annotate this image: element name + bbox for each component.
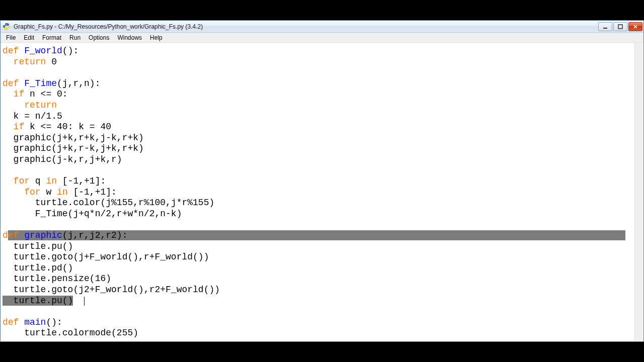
menu-windows[interactable]: Windows xyxy=(113,33,146,42)
code-text: (): xyxy=(62,46,78,56)
code-text: graphic(j+k,r+k,j-k,r+k) xyxy=(3,133,144,143)
fn-name: main xyxy=(19,317,46,327)
fn-name: F_world xyxy=(19,46,62,56)
titlebar[interactable]: Graphic_Fs.py - C:/My_Resources/Python_w… xyxy=(1,21,643,33)
menu-run[interactable]: Run xyxy=(65,33,85,42)
menu-file[interactable]: File xyxy=(2,33,20,42)
window-controls xyxy=(597,22,642,31)
close-button[interactable] xyxy=(628,22,642,31)
code-text: k = n/1.5 xyxy=(3,111,62,121)
maximize-button[interactable] xyxy=(613,22,627,31)
kw-in: in xyxy=(57,187,68,197)
python-icon xyxy=(3,23,11,31)
fn-name: F_Time xyxy=(19,78,57,88)
menu-options[interactable]: Options xyxy=(85,33,113,42)
code-text: (j,r,n): xyxy=(57,78,100,88)
minimize-button[interactable] xyxy=(598,22,612,31)
code-text: k <= 40: k = 40 xyxy=(24,122,111,132)
code-text: q xyxy=(30,176,46,186)
code-text: graphic(j+k,r-k,j+k,r+k) xyxy=(3,143,144,153)
sel-line: turtle.pu() xyxy=(3,296,73,306)
sel-line: turtle.goto(j2+F_world(),r2+F_world()) xyxy=(3,285,641,296)
code-text: w xyxy=(41,187,57,197)
code-text: (j,r,j2,r2): xyxy=(62,230,128,240)
code-text: turtle.colormode(255) xyxy=(3,328,138,338)
code-text: graphic(j-k,r,j+k,r) xyxy=(3,154,122,164)
fn-name: graphic xyxy=(19,230,62,240)
kw-def: def xyxy=(3,46,19,56)
kw-def: def xyxy=(3,78,19,88)
sel-line: turtle.pu() xyxy=(3,241,641,252)
kw-ef: ef xyxy=(8,230,19,240)
menu-edit[interactable]: Edit xyxy=(20,33,38,42)
svg-rect-1 xyxy=(618,25,622,29)
svg-rect-0 xyxy=(603,28,607,29)
code-text: [-1,+1]: xyxy=(57,176,106,186)
code-text: turtle.color(j%155,r%100,j*r%155) xyxy=(3,198,214,208)
kw-for: for xyxy=(3,187,41,197)
kw-def-partial: d xyxy=(3,230,8,240)
text-cursor xyxy=(84,297,85,306)
sel-line: turtle.goto(j+F_world(),r+F_world()) xyxy=(3,252,641,263)
code-editor[interactable]: def F_world(): return 0 def F_Time(j,r,n… xyxy=(1,43,643,341)
menu-format[interactable]: Format xyxy=(38,33,65,42)
code-text: 0 xyxy=(46,57,57,67)
menu-help[interactable]: Help xyxy=(146,33,167,42)
code-text: (): xyxy=(46,317,62,327)
code-text: [-1,+1]: xyxy=(68,187,117,197)
kw-for: for xyxy=(3,176,30,186)
code-text: n <= 0: xyxy=(24,89,67,99)
kw-return: return xyxy=(3,100,57,110)
vertical-scrollbar[interactable] xyxy=(634,43,643,341)
sel-line: turtle.pensize(16) xyxy=(3,274,641,285)
window-title: Graphic_Fs.py - C:/My_Resources/Python_w… xyxy=(14,23,594,30)
idle-window: Graphic_Fs.py - C:/My_Resources/Python_w… xyxy=(0,20,644,342)
kw-in: in xyxy=(46,176,57,186)
kw-return: return xyxy=(3,57,46,67)
selection: ef graphic(j,r,j2,r2): turtle.pu() turtl… xyxy=(3,230,641,306)
kw-def: def xyxy=(3,317,19,327)
menubar: File Edit Format Run Options Windows Hel… xyxy=(1,33,643,43)
kw-if: if xyxy=(3,122,24,132)
code-text xyxy=(73,296,84,306)
code-text: F_Time(j+q*n/2,r+w*n/2,n-k) xyxy=(3,209,182,219)
sel-line: turtle.pd() xyxy=(3,263,641,274)
code-content: def F_world(): return 0 def F_Time(j,r,n… xyxy=(3,46,641,339)
kw-if: if xyxy=(3,89,24,99)
